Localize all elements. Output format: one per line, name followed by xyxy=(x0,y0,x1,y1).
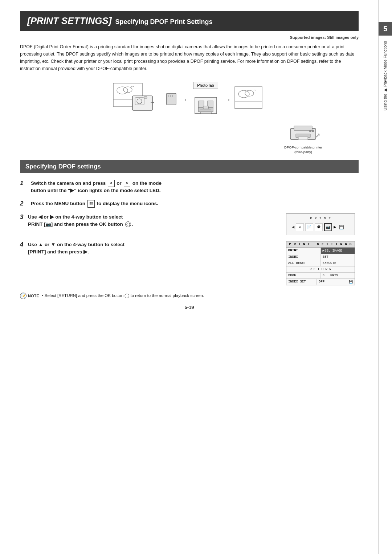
screen-mockup-3: P R I N T ◀ ♫ 📄 🛠 📷 ▶ 💾 xyxy=(286,213,355,235)
svg-text:→: → xyxy=(150,99,155,105)
screen-3-label: P R I N T xyxy=(290,217,351,220)
step-4-image: P R I N T S E T T I N G S PRINT ▶SEL IMA… xyxy=(286,241,359,285)
svg-rect-9 xyxy=(167,93,176,105)
step-4-content: 4 Use ▲ or ▼ on the 4-way button to sele… xyxy=(20,241,281,256)
screen-4-col-set: SET xyxy=(321,254,355,260)
step-4-number: 4 xyxy=(20,241,28,248)
title-banner: [PRINT SETTINGS] Specifying DPOF Print S… xyxy=(20,11,359,31)
section-heading: Specifying DPOF settings xyxy=(20,160,359,173)
step-3-row: 3 Use ◀ or ▶ on the 4-way button to sele… xyxy=(20,213,281,228)
photo-lab-label: Photo lab xyxy=(193,82,218,89)
diagram-arrow-1: → xyxy=(180,95,188,104)
screen-4-prts: 0 PRTS xyxy=(321,273,355,278)
btn-right-icon: > xyxy=(124,180,130,187)
screen-mockup-4: P R I N T S E T T I N G S PRINT ▶SEL IMA… xyxy=(286,241,355,285)
note-section: 📝 NOTE • Select [RETURN] and press the O… xyxy=(20,293,359,299)
sidebar-label: Using the ▶ Playback Mode Functions xyxy=(383,41,388,111)
step-3-image: P R I N T ◀ ♫ 📄 🛠 📷 ▶ 💾 xyxy=(286,213,359,235)
sd-card-diagram xyxy=(162,80,180,119)
chapter-number: 5 xyxy=(379,22,392,36)
screen-memory-icon: 💾 xyxy=(339,225,344,229)
step-1: 1 Switch the camera on and press < or > … xyxy=(20,180,359,195)
dpof-printer-row: ↗ DPOF-compatible printer(third-party) xyxy=(20,123,322,155)
step-3: 3 Use ◀ or ▶ on the 4-way button to sele… xyxy=(20,213,359,235)
screen-4-col-execute: EXECUTE xyxy=(321,260,355,266)
screen-4-col-all-reset: ALL RESET xyxy=(286,260,321,266)
photo-lab-icon xyxy=(189,90,222,117)
note-label: NOTE xyxy=(28,294,39,298)
step-2-text: Press the MENU button ☷ to display the m… xyxy=(31,200,359,208)
ok-btn-icon: ◯ xyxy=(125,221,131,227)
step-4-row: 4 Use ▲ or ▼ on the 4-way button to sele… xyxy=(20,241,281,256)
step-3-content: 3 Use ◀ or ▶ on the 4-way button to sele… xyxy=(20,213,281,228)
step-3-number: 3 xyxy=(20,213,28,221)
screen-arrow-left: ◀ xyxy=(292,224,294,230)
svg-rect-7 xyxy=(144,97,147,98)
screen-4-return: R E T U R N xyxy=(286,266,355,273)
dpof-printer-label: DPOF-compatible printer(third-party) xyxy=(284,145,322,155)
screen-4-col-print: PRINT xyxy=(286,248,321,254)
screen-4-col-index: INDEX xyxy=(286,254,321,260)
screen-4-col-sel-image: ▶SEL IMAGE xyxy=(321,248,355,254)
screen-4-last-row: INDEX SET OFF 💾 xyxy=(286,278,355,285)
note-text: • Select [RETURN] and press the OK butto… xyxy=(42,293,204,299)
diagram-arrow-2: → xyxy=(224,95,231,104)
intro-paragraph: DPOF (Digital Print Order Format) is a p… xyxy=(20,43,359,72)
page-number: 5-19 xyxy=(20,305,359,317)
page-container: 5 Using the ▶ Playback Mode Functions [P… xyxy=(0,0,392,554)
main-content: [PRINT SETTINGS] Specifying DPOF Print S… xyxy=(0,0,377,328)
diagram-area: → → Photo lab xyxy=(20,80,359,119)
screen-4-index-set: INDEX SET xyxy=(286,279,317,285)
supported-images-label: Supported images: Still images only xyxy=(20,35,359,40)
btn-left-icon: < xyxy=(108,180,114,187)
svg-point-21 xyxy=(238,90,249,98)
screen-4-row-print: PRINT ▶SEL IMAGE xyxy=(286,248,355,254)
screen-3-icons-row: ◀ ♫ 📄 🛠 📷 ▶ 💾 xyxy=(290,223,351,232)
screen-4-row-all-reset: ALL RESET EXECUTE xyxy=(286,260,355,266)
screen-4-title: P R I N T S E T T I N G S xyxy=(286,241,355,248)
photo-lab-section: Photo lab xyxy=(189,82,222,117)
screen-arrow-right: ▶ xyxy=(334,224,336,230)
step-2-number: 2 xyxy=(20,200,28,207)
output-photo-diagram xyxy=(231,80,268,119)
svg-point-29 xyxy=(312,130,314,132)
printer-icon: ↗ xyxy=(287,123,319,145)
screen-icon-2: 📄 xyxy=(305,223,313,231)
step-3-text: Use ◀ or ▶ on the 4-way button to select… xyxy=(28,213,281,228)
svg-rect-18 xyxy=(203,106,208,109)
camera-diagram-1: → xyxy=(111,80,162,119)
screen-4-row-index: INDEX SET xyxy=(286,254,355,260)
svg-point-1 xyxy=(117,87,128,94)
svg-rect-20 xyxy=(235,87,262,109)
screen-4-icon: 💾 xyxy=(347,279,355,285)
screen-4-dpof: DPOF xyxy=(286,273,321,278)
title-bold: [PRINT SETTINGS] xyxy=(27,15,112,27)
right-sidebar: 5 Using the ▶ Playback Mode Functions xyxy=(378,0,392,554)
svg-text:↗: ↗ xyxy=(315,132,319,139)
title-normal: Specifying DPOF Print Settings xyxy=(115,18,213,26)
note-icon: 📝 NOTE xyxy=(20,293,39,299)
svg-rect-25 xyxy=(294,126,312,130)
dpof-printer-section: ↗ DPOF-compatible printer(third-party) xyxy=(284,123,322,155)
svg-rect-27 xyxy=(298,137,308,140)
step-2: 2 Press the MENU button ☷ to display the… xyxy=(20,200,359,208)
screen-icon-1: ♫ xyxy=(296,223,304,231)
screen-icon-3: 🛠 xyxy=(315,223,323,231)
svg-point-28 xyxy=(309,130,311,132)
step-4: 4 Use ▲ or ▼ on the 4-way button to sele… xyxy=(20,241,359,285)
note-symbol: 📝 xyxy=(20,293,26,299)
screen-icon-4-selected: 📷 xyxy=(324,223,332,231)
screen-4-off: OFF xyxy=(317,279,347,285)
screen-4-bottom-dpof: DPOF 0 PRTS xyxy=(286,273,355,278)
step-4-text: Use ▲ or ▼ on the 4-way button to select… xyxy=(28,241,281,256)
step-1-number: 1 xyxy=(20,180,28,187)
menu-btn-icon: ☷ xyxy=(87,200,95,208)
step-1-text: Switch the camera on and press < or > on… xyxy=(31,180,359,195)
